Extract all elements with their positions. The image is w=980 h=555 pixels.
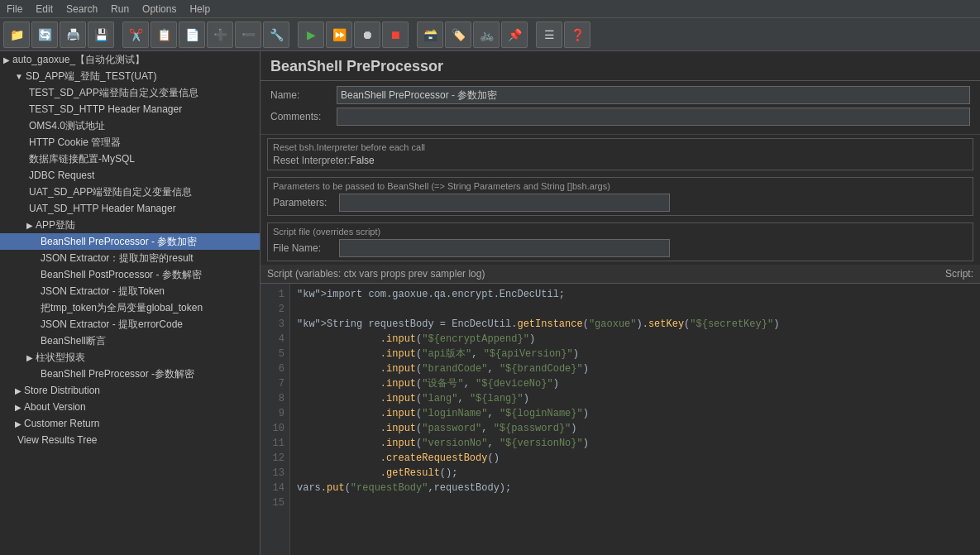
- tree-label: HTTP Cookie 管理器: [29, 136, 121, 150]
- tree-label: APP登陆: [36, 218, 75, 232]
- reset-label: Reset Interpreter:: [273, 155, 350, 166]
- tb-new-button[interactable]: 📁: [3, 22, 30, 48]
- tree-label: UAT_SD_APP端登陆自定义变量信息: [29, 185, 192, 199]
- tree-item-t7[interactable]: UAT_SD_APP端登陆自定义变量信息: [0, 184, 260, 200]
- menu-run[interactable]: Run: [104, 2, 136, 17]
- tree-item-sd_app[interactable]: ▼SD_APP端_登陆_TEST(UAT): [0, 68, 260, 84]
- tree-label: BeanShell断言: [41, 334, 106, 348]
- name-row: Name:: [270, 86, 970, 104]
- tree-item-t20[interactable]: ▶About Version: [0, 399, 260, 415]
- tree-item-t8[interactable]: UAT_SD_HTTP Header Manager: [0, 200, 260, 217]
- code-line: .createRequestBody(): [297, 451, 973, 466]
- line-number: 3: [261, 317, 289, 332]
- tree-item-t19[interactable]: ▶Store Distribution: [0, 382, 260, 399]
- script-file-title: Script file (overrides script): [273, 227, 968, 237]
- tb-template-button[interactable]: 🔄: [31, 22, 58, 48]
- code-line: .input("loginName", "${loginName}"): [297, 406, 973, 421]
- tree-label: UAT_SD_HTTP Header Manager: [29, 203, 176, 214]
- file-name-label: File Name:: [273, 242, 339, 254]
- tb-copy-button[interactable]: 📋: [151, 22, 177, 48]
- code-line: .getResult();: [297, 466, 973, 481]
- code-line: "kw">String requestBody = EncDecUtil.get…: [297, 317, 973, 332]
- tb-cut-button[interactable]: ✂️: [122, 22, 149, 48]
- tb-save-button[interactable]: 💾: [88, 22, 114, 48]
- menu-help[interactable]: Help: [183, 2, 217, 17]
- script-section-title: Script (variables: ctx vars props prev s…: [267, 268, 485, 280]
- tree-item-t18[interactable]: BeanShell PreProcessor -参数解密: [0, 366, 260, 382]
- tree-icon: ▶: [3, 55, 10, 65]
- tree-item-t5[interactable]: 数据库链接配置-MySQL: [0, 151, 260, 167]
- tree-icon: ▶: [15, 386, 22, 395]
- tree-item-t21[interactable]: ▶Customer Return: [0, 415, 260, 432]
- tree-label: Store Distribution: [24, 385, 100, 396]
- tree-item-t1[interactable]: TEST_SD_APP端登陆自定义变量信息: [0, 84, 260, 101]
- tb-bike-button[interactable]: 🚲: [473, 22, 500, 48]
- menu-search[interactable]: Search: [60, 2, 104, 17]
- tb-record-button[interactable]: ⏺: [354, 22, 380, 48]
- file-name-input[interactable]: [339, 239, 670, 257]
- tree-item-t12[interactable]: BeanShell PostProcessor - 参数解密: [0, 266, 260, 283]
- tree-item-root[interactable]: ▶auto_gaoxue_【自动化测试】: [0, 51, 260, 68]
- tree-item-t15[interactable]: JSON Extractor - 提取errorCode: [0, 316, 260, 333]
- tb-list-button[interactable]: ☰: [536, 22, 562, 48]
- tb-paste-button[interactable]: 📄: [179, 22, 205, 48]
- tree-item-t6[interactable]: JDBC Request: [0, 167, 260, 184]
- right-panel: BeanShell PreProcessor Name: Comments: R…: [261, 51, 980, 555]
- tb-report-button[interactable]: 🗃️: [417, 22, 443, 48]
- menu-options[interactable]: Options: [136, 2, 183, 17]
- comments-input[interactable]: [337, 108, 970, 126]
- line-number: 6: [261, 361, 289, 376]
- tb-bookmark-button[interactable]: 🏷️: [445, 22, 471, 48]
- line-number: 2: [261, 302, 289, 317]
- tree-item-t16[interactable]: BeanShell断言: [0, 333, 260, 349]
- tree-item-t2[interactable]: TEST_SD_HTTP Header Manager: [0, 101, 260, 117]
- menu-edit[interactable]: Edit: [29, 2, 60, 17]
- line-number: 5: [261, 347, 289, 361]
- tb-run-all-button[interactable]: ⏩: [326, 22, 352, 48]
- tb-add-button[interactable]: ➕: [207, 22, 233, 48]
- code-line: .input("versionNo", "${versionNo}"): [297, 436, 973, 451]
- tree-item-t13[interactable]: JSON Extractor - 提取Token: [0, 283, 260, 299]
- panel-title: BeanShell PreProcessor: [261, 51, 980, 81]
- tree-item-t10[interactable]: BeanShell PreProcessor - 参数加密: [0, 233, 260, 250]
- name-input[interactable]: [337, 86, 970, 104]
- code-content[interactable]: "kw">import com.gaoxue.qa.encrypt.EncDec…: [290, 284, 980, 555]
- tree-label: TEST_SD_APP端登陆自定义变量信息: [29, 86, 198, 100]
- params-label: Parameters:: [273, 197, 339, 208]
- code-line: vars.put("requestBody",requestBody);: [297, 481, 973, 495]
- menu-file[interactable]: File: [0, 2, 29, 17]
- tree-item-t9[interactable]: ▶APP登陆: [0, 217, 260, 233]
- tree-item-t14[interactable]: 把tmp_token为全局变量global_token: [0, 299, 260, 316]
- code-line: [297, 495, 973, 510]
- line-number: 7: [261, 376, 289, 391]
- tree-item-t22[interactable]: View Results Tree: [0, 432, 260, 448]
- reset-row: Reset Interpreter: False: [273, 155, 968, 166]
- line-number: 15: [261, 495, 289, 510]
- line-number: 9: [261, 406, 289, 421]
- tree-item-t3[interactable]: OMS4.0测试地址: [0, 117, 260, 134]
- tree-icon: ▶: [15, 403, 22, 412]
- tree-label: auto_gaoxue_【自动化测试】: [12, 53, 145, 67]
- tb-pin-button[interactable]: 📌: [501, 22, 528, 48]
- code-line: .input("api版本", "${apiVersion}"): [297, 347, 973, 361]
- tb-remove-button[interactable]: ➖: [235, 22, 261, 48]
- tree-item-t17[interactable]: ▶柱状型报表: [0, 349, 260, 366]
- tree-label: 柱状型报表: [36, 351, 85, 365]
- tb-run-button[interactable]: ▶: [298, 22, 324, 48]
- code-line: .input("设备号", "${deviceNo}"): [297, 376, 973, 391]
- tree-label: View Results Tree: [17, 434, 98, 446]
- line-numbers: 123456789101112131415: [261, 284, 290, 555]
- tb-help-button[interactable]: ❓: [564, 22, 590, 48]
- tb-open-button[interactable]: 🖨️: [60, 22, 86, 48]
- params-input[interactable]: [339, 194, 670, 212]
- tree-label: BeanShell PreProcessor -参数解密: [41, 367, 194, 381]
- script-file-section: Script file (overrides script) File Name…: [267, 222, 973, 261]
- comments-row: Comments:: [270, 108, 970, 126]
- line-number: 14: [261, 481, 289, 495]
- tb-settings-button[interactable]: 🔧: [263, 22, 289, 48]
- tree-item-t4[interactable]: HTTP Cookie 管理器: [0, 134, 260, 151]
- tree-item-t11[interactable]: JSON Extractor：提取加密的result: [0, 250, 260, 266]
- tree-icon: ▶: [26, 221, 33, 230]
- tb-stop-button[interactable]: ⏹: [382, 22, 409, 48]
- reset-section-title: Reset bsh.Interpreter before each call: [273, 142, 968, 152]
